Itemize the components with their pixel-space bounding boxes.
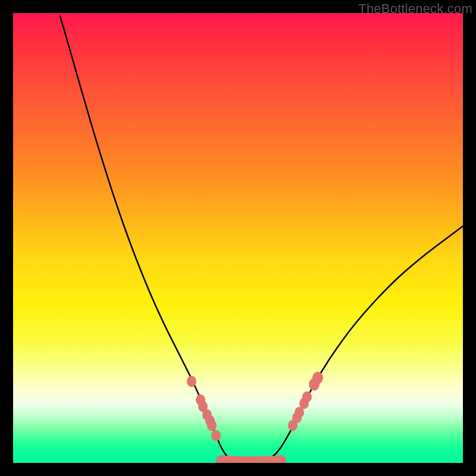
chart-svg [13,13,463,463]
data-marker [211,430,221,441]
curves-group [60,16,463,461]
markers-group [187,372,323,441]
plot-area [13,13,463,463]
plateau-marker [221,461,281,462]
data-marker [207,420,217,431]
watermark-text: TheBottleneck.com [358,1,472,17]
data-marker [302,392,312,402]
data-marker [187,376,196,387]
data-marker [312,372,323,384]
chart-frame: TheBottleneck.com [0,0,476,476]
plateau-highlight [221,461,281,462]
curve-left-curve [60,16,237,461]
